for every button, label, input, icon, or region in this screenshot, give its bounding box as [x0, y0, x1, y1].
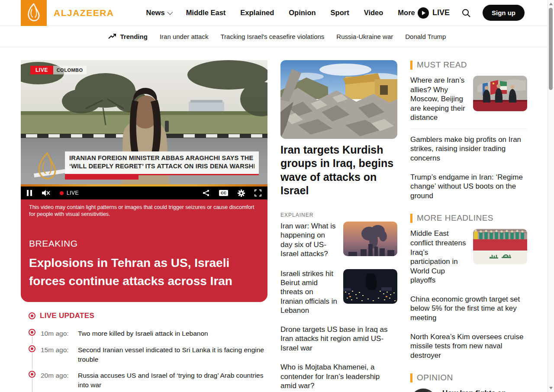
article-title[interactable]: Middle East conflict threatens Iraq’s pa…: [410, 229, 467, 285]
lead-column: LIVE COLOMBO IRANIAN FOREIGN MINISTER AB…: [21, 60, 267, 392]
stream-live-indicator: LIVE: [60, 190, 79, 196]
headlines-column: MUST READ Where are Iran’s allies? Why M…: [410, 60, 527, 392]
video-screen[interactable]: LIVE COLOMBO IRANIAN FOREIGN MINISTER AB…: [21, 60, 267, 186]
breaking-label: BREAKING: [29, 238, 259, 249]
share-icon: [203, 190, 209, 196]
must-read-header: MUST READ: [410, 60, 527, 70]
secondary-column: Iran targets Kurdish groups in Iraq, beg…: [280, 60, 397, 392]
video-location-label: COLOMBO: [53, 66, 87, 74]
video-live-location: LIVE COLOMBO: [30, 66, 87, 74]
main-nav: News Middle East Explained Opinion Sport…: [146, 9, 422, 17]
article-image-rubble[interactable]: [280, 60, 397, 139]
aljazeera-logo[interactable]: [21, 0, 47, 26]
gear-icon: [238, 190, 245, 197]
article-thumbnail-diplomats[interactable]: [473, 76, 527, 111]
settings-button[interactable]: [238, 190, 245, 197]
opinion-article[interactable]: How Iran fights an imposed war Mahjoob Z…: [410, 389, 527, 392]
article-headline[interactable]: Iran targets Kurdish groups in Iraq, beg…: [280, 143, 397, 197]
live-update-item[interactable]: 10m ago: Two more killed by Israeli atta…: [29, 326, 267, 343]
sign-up-button[interactable]: Sign up: [483, 5, 525, 21]
trending-topic[interactable]: Russia-Ukraine war: [336, 33, 393, 40]
mute-button[interactable]: [42, 190, 50, 196]
article-title[interactable]: China economic growth target set below 5…: [410, 295, 527, 323]
volume-muted-icon: [42, 190, 50, 196]
chevron-down-icon: [167, 10, 173, 15]
bullseye-icon: [29, 371, 35, 378]
article-title[interactable]: Israeli strikes hit Beirut amid threats …: [280, 269, 338, 315]
article-title[interactable]: Trump’s endgame in Iran: ‘Regime change’…: [410, 173, 527, 201]
caption-line-1: IRANIAN FOREIGN MINISTER ABBAS ARAGHCHI …: [69, 154, 254, 163]
live-updates-header: LIVE UPDATES: [29, 312, 267, 320]
article-title[interactable]: Drone targets US base in Iraq as Iran at…: [280, 325, 397, 353]
update-time: 10m ago:: [41, 329, 73, 338]
search-button[interactable]: [461, 8, 471, 18]
trending-up-icon: [108, 33, 117, 39]
article-item[interactable]: Iran war: What is happening on day six o…: [280, 222, 397, 259]
update-text[interactable]: Two more killed by Israeli attack in Leb…: [78, 329, 267, 338]
play-circle-icon: [418, 7, 429, 19]
article-item[interactable]: Where are Iran’s allies? Why Moscow, Bei…: [410, 76, 527, 122]
scroll-down-arrow[interactable]: [549, 387, 553, 389]
trending-bar: Trending Iran under attack Tracking Isra…: [0, 26, 554, 47]
share-button[interactable]: [203, 190, 209, 196]
live-update-item[interactable]: 15m ago: Second Iranian vessel indicated…: [29, 343, 267, 368]
fullscreen-icon: [254, 190, 261, 196]
article-title[interactable]: Iran war: What is happening on day six o…: [280, 222, 338, 259]
bullseye-icon: [29, 345, 35, 352]
aljazeera-watermark-icon: [34, 152, 61, 182]
caption-line-2: ‘WILL DEEPLY REGRET’ ITS ATTACK ON IRIS …: [69, 162, 254, 171]
captions-button[interactable]: CC: [219, 190, 228, 196]
bullseye-icon: [29, 312, 35, 319]
video-live-badge: LIVE: [30, 66, 53, 74]
article-title[interactable]: North Korea’s Kim oversees cruise missil…: [410, 332, 527, 360]
update-time: 20m ago:: [41, 371, 73, 389]
nav-item-video[interactable]: Video: [364, 9, 383, 17]
trending-topic[interactable]: Iran under attack: [160, 33, 209, 40]
article-item[interactable]: Middle East conflict threatens Iraq’s pa…: [410, 229, 527, 285]
page-scrollbar[interactable]: [548, 0, 554, 392]
explainer-kicker: EXPLAINER: [280, 212, 397, 218]
video-caption: IRANIAN FOREIGN MINISTER ABBAS ARAGHCHI …: [65, 151, 259, 175]
update-text[interactable]: Russia accuses US and Israel of ‘trying …: [78, 371, 267, 389]
nav-item-explained[interactable]: Explained: [240, 9, 274, 17]
bullseye-icon: [29, 329, 35, 336]
search-icon: [461, 8, 471, 18]
scroll-up-arrow[interactable]: [549, 3, 553, 5]
trending-topic[interactable]: Donald Trump: [405, 33, 446, 40]
trending-label: Trending: [108, 33, 148, 40]
fullscreen-button[interactable]: [254, 190, 261, 196]
header-actions: LIVE Sign up: [418, 5, 525, 21]
article-title[interactable]: Who is Mojtaba Khamenei, a contender for…: [280, 363, 397, 391]
update-text[interactable]: Second Iranian vessel indicated to Sri L…: [78, 345, 267, 364]
opinion-header: OPINION: [410, 373, 527, 382]
article-thumbnail-smoke-plume[interactable]: [343, 222, 397, 256]
article-title[interactable]: Where are Iran’s allies? Why Moscow, Bei…: [410, 76, 467, 122]
brand-wordmark[interactable]: ALJAZEERA: [54, 8, 114, 18]
breaking-news-card[interactable]: This video may contain light patterns or…: [21, 199, 267, 302]
nav-item-middle-east[interactable]: Middle East: [186, 9, 226, 17]
live-button[interactable]: LIVE: [418, 7, 450, 19]
orange-accent-bar: [410, 214, 412, 223]
ticker-orange-edge: [21, 184, 267, 186]
author-avatar[interactable]: [410, 389, 436, 392]
orange-accent-bar: [410, 61, 412, 70]
article-thumbnail-night-city[interactable]: [343, 269, 397, 304]
opinion-title[interactable]: How Iran fights an imposed war: [442, 389, 527, 392]
main-content: LIVE COLOMBO IRANIAN FOREIGN MINISTER AB…: [0, 47, 554, 392]
article-thumbnail-iraq-flag[interactable]: [473, 229, 527, 264]
more-headlines-header: MORE HEADLINES: [410, 213, 527, 223]
item-divider: [410, 129, 527, 129]
pause-button[interactable]: [27, 190, 32, 196]
nav-item-opinion[interactable]: Opinion: [289, 9, 316, 17]
nav-item-sport[interactable]: Sport: [331, 9, 349, 17]
breaking-headline[interactable]: Explosions in Tehran as US, Israeli forc…: [29, 254, 259, 290]
scrollbar-thumb[interactable]: [549, 8, 553, 90]
nav-item-news[interactable]: News: [146, 9, 171, 17]
breaking-ticker-stub: [65, 175, 138, 180]
live-video-player[interactable]: LIVE COLOMBO IRANIAN FOREIGN MINISTER AB…: [21, 60, 267, 199]
article-item[interactable]: Israeli strikes hit Beirut amid threats …: [280, 269, 397, 315]
trending-topic[interactable]: Tracking Israel's ceasefire violations: [220, 33, 324, 40]
aljazeera-flame-icon: [25, 3, 42, 23]
live-update-item[interactable]: 20m ago: Russia accuses US and Israel of…: [29, 368, 267, 392]
article-title[interactable]: Gamblers make big profits on Iran strike…: [410, 135, 527, 163]
